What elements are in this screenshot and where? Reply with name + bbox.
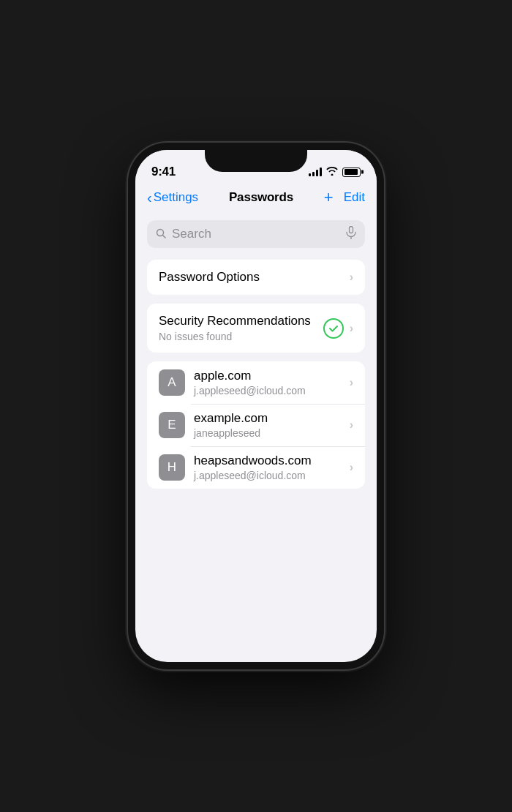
password-row-heapsandwoods-chevron-icon: › [350,461,353,474]
password-info-heapsandwoods: heapsandwoods.com j.appleseed@icloud.com [194,454,341,481]
back-chevron-icon: ‹ [147,190,152,205]
battery-icon [342,168,361,177]
password-row-apple[interactable]: A apple.com j.appleseed@icloud.com › [147,361,365,404]
status-icons [309,166,361,178]
password-list: A apple.com j.appleseed@icloud.com › E e… [147,361,365,489]
password-info-apple: apple.com j.appleseed@icloud.com [194,369,341,396]
phone-screen: 9:41 [135,150,377,662]
phone-frame: 9:41 [128,143,384,669]
back-button[interactable]: ‹ Settings [147,190,198,205]
security-right: › [323,318,353,339]
password-options-label: Password Options [159,270,260,285]
content: Search Password Options › [135,211,377,662]
security-recommendations-card: Security Recommendations No issues found… [147,304,365,353]
microphone-icon [346,226,356,242]
password-row-apple-chevron-icon: › [350,376,353,389]
password-site-apple: apple.com [194,369,341,383]
password-username-heapsandwoods: j.appleseed@icloud.com [194,470,341,481]
password-options-row[interactable]: Password Options › [147,260,365,295]
security-recommendations-title: Security Recommendations [159,314,323,328]
svg-rect-2 [350,227,353,233]
password-username-apple: j.appleseed@icloud.com [194,385,341,396]
add-password-button[interactable]: + [324,189,334,206]
password-info-example: example.com janeappleseed [194,411,341,439]
security-text: Security Recommendations No issues found [159,314,323,342]
notch [205,150,307,172]
search-bar[interactable]: Search [147,220,365,248]
security-recommendations-subtitle: No issues found [159,331,323,342]
page-title: Passwords [229,190,293,205]
avatar-apple: A [159,369,185,396]
search-icon [156,228,166,241]
password-username-example: janeappleseed [194,427,341,439]
password-site-example: example.com [194,411,341,426]
avatar-example: E [159,412,185,438]
back-label: Settings [154,190,198,205]
svg-line-1 [163,235,166,238]
search-placeholder: Search [172,227,340,241]
signal-bars-icon [309,168,322,176]
nav-actions: + Edit [324,189,365,206]
search-container: Search [135,217,377,260]
security-chevron-icon: › [350,322,353,335]
password-site-heapsandwoods: heapsandwoods.com [194,454,341,468]
password-options-card: Password Options › [147,260,365,295]
password-row-example-chevron-icon: › [350,418,353,432]
security-checkmark-icon [323,318,344,339]
password-row-example[interactable]: E example.com janeappleseed › [147,404,365,446]
status-time: 9:41 [151,165,176,179]
password-row-heapsandwoods[interactable]: H heapsandwoods.com j.appleseed@icloud.c… [147,446,365,489]
avatar-heapsandwoods: H [159,454,185,481]
security-recommendations-row[interactable]: Security Recommendations No issues found… [147,304,365,353]
edit-button[interactable]: Edit [344,190,365,205]
password-options-chevron-icon: › [350,271,353,284]
wifi-icon [326,166,338,178]
nav-bar: ‹ Settings Passwords + Edit [135,187,377,211]
